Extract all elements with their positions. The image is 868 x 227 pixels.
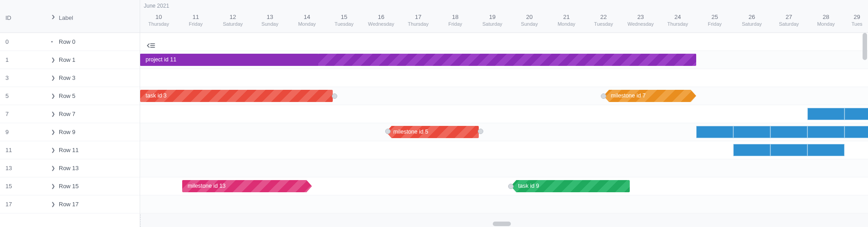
chevron-right-icon[interactable]: ❯ <box>51 93 55 99</box>
day-column[interactable]: 18Friday <box>437 14 474 27</box>
day-column[interactable]: 20Sunday <box>511 14 548 27</box>
chevron-right-icon[interactable]: ❯ <box>51 183 55 189</box>
column-header-id[interactable]: ID <box>5 14 11 21</box>
chevron-right-icon[interactable]: ❯ <box>51 57 55 63</box>
row-label: Row 9 <box>59 129 75 135</box>
day-column[interactable]: 27Saturday <box>770 14 807 27</box>
table-row[interactable]: 11 ❯ Row 11 <box>0 141 140 159</box>
dependency-node[interactable] <box>478 129 483 134</box>
timeline-row[interactable] <box>140 105 868 123</box>
dependency-node[interactable] <box>332 93 337 99</box>
chevron-right-icon[interactable]: ❯ <box>51 201 55 207</box>
day-column[interactable]: 19Saturday <box>474 14 511 27</box>
timeline-row[interactable] <box>140 159 868 177</box>
day-column[interactable]: 24Thursday <box>659 14 696 27</box>
row-label: Row 15 <box>59 183 79 190</box>
selection-cell[interactable] <box>733 126 770 138</box>
day-column[interactable]: 13Sunday <box>251 14 288 27</box>
row-label: Row 13 <box>59 165 79 171</box>
timeline-panel: June 2021 10Thursday 11Friday 12Saturday… <box>140 0 868 227</box>
chevron-right-icon[interactable]: ❯ <box>51 111 55 117</box>
day-column[interactable]: 14Monday <box>288 14 326 27</box>
vertical-scrollbar[interactable] <box>862 33 868 221</box>
day-column[interactable]: 23Wednesday <box>622 14 659 27</box>
row-id: 0 <box>5 38 9 45</box>
gantt-bar-milestone5[interactable]: milestone id 5 <box>386 126 479 138</box>
chevron-right-icon[interactable]: ❯ <box>51 14 55 19</box>
row-label: Row 5 <box>59 93 75 99</box>
day-column[interactable]: 22Tuesday <box>585 14 622 27</box>
gantt-bar-milestone13[interactable]: milestone id 13 <box>182 180 312 192</box>
gantt-bar-task9[interactable]: task id 9 <box>511 180 630 192</box>
row-label: Row 17 <box>59 201 79 208</box>
day-column[interactable]: 12Saturday <box>214 14 251 27</box>
day-column[interactable]: 29Tues <box>844 14 868 27</box>
dependency-node[interactable] <box>601 93 606 99</box>
day-column[interactable]: 15Tuesday <box>326 14 363 27</box>
chevron-right-icon[interactable]: ❯ <box>51 147 55 153</box>
chevron-right-icon[interactable]: ❯ <box>51 129 55 135</box>
row-label: Row 3 <box>59 74 75 81</box>
table-row[interactable]: 5 ❯ Row 5 <box>0 87 140 105</box>
day-column[interactable]: 16Wednesday <box>363 14 400 27</box>
bar-label: task id 3 <box>146 93 167 99</box>
gantt-bar-milestone7[interactable]: milestone id 7 <box>604 90 696 102</box>
gantt-chart: ID ❯ Label 0 • Row 0 1 ❯ Row 1 3 ❯ Row 3… <box>0 0 868 227</box>
row-id: 15 <box>5 183 12 190</box>
table-row[interactable]: 0 • Row 0 <box>0 33 140 51</box>
row-id: 17 <box>5 201 12 208</box>
timeline-row[interactable] <box>140 69 868 87</box>
table-row[interactable]: 13 ❯ Row 13 <box>0 159 140 177</box>
row-id: 1 <box>5 56 9 63</box>
selection-cell[interactable] <box>696 126 733 138</box>
table-row[interactable]: 17 ❯ Row 17 <box>0 195 140 213</box>
table-row[interactable]: 3 ❯ Row 3 <box>0 69 140 87</box>
month-label: June 2021 <box>144 3 169 9</box>
row-label: Row 1 <box>59 56 75 63</box>
horizontal-scrollbar[interactable] <box>140 221 868 227</box>
timeline-row[interactable] <box>140 195 868 213</box>
row-label: Row 7 <box>59 111 75 117</box>
timeline-header: June 2021 10Thursday 11Friday 12Saturday… <box>140 0 868 33</box>
row-id: 5 <box>5 93 9 99</box>
gantt-bar-task3[interactable]: task id 3 <box>140 90 333 102</box>
row-id: 7 <box>5 111 9 117</box>
scrollbar-thumb[interactable] <box>493 222 511 226</box>
day-column[interactable]: 21Monday <box>548 14 585 27</box>
bar-label: task id 9 <box>516 183 539 189</box>
selection-cell[interactable] <box>807 126 844 138</box>
table-row[interactable]: 15 ❯ Row 15 <box>0 177 140 195</box>
row-id: 13 <box>5 165 12 171</box>
selection-cell[interactable] <box>733 144 770 156</box>
column-header-label[interactable]: Label <box>59 14 73 21</box>
chevron-right-icon[interactable]: ❯ <box>51 165 55 171</box>
bar-label: milestone id 5 <box>392 129 428 135</box>
dependency-node[interactable] <box>508 184 514 189</box>
chevron-right-icon[interactable]: ❯ <box>51 75 55 81</box>
bar-label: milestone id 7 <box>609 93 646 99</box>
table-row[interactable]: 7 ❯ Row 7 <box>0 105 140 123</box>
selection-cell[interactable] <box>770 126 807 138</box>
day-column[interactable]: 10Thursday <box>140 14 177 27</box>
row-id: 9 <box>5 129 9 135</box>
dependency-node[interactable] <box>385 129 391 134</box>
day-column[interactable]: 26Saturday <box>733 14 770 27</box>
selection-cell[interactable] <box>807 144 844 156</box>
scrollbar-thumb[interactable] <box>863 33 867 60</box>
row-id: 11 <box>5 147 12 153</box>
day-column[interactable]: 17Thursday <box>400 14 437 27</box>
side-rows: 0 • Row 0 1 ❯ Row 1 3 ❯ Row 3 5 ❯ Row 5 … <box>0 33 140 213</box>
collapse-left-icon[interactable] <box>146 42 157 49</box>
selection-cell[interactable] <box>807 108 844 120</box>
timeline-row[interactable] <box>140 33 868 51</box>
table-row[interactable]: 9 ❯ Row 9 <box>0 123 140 141</box>
day-column[interactable]: 25Friday <box>696 14 733 27</box>
row-label: Row 0 <box>59 38 75 45</box>
table-row[interactable]: 1 ❯ Row 1 <box>0 51 140 69</box>
day-column[interactable]: 11Friday <box>177 14 214 27</box>
selection-cell[interactable] <box>770 144 807 156</box>
day-column[interactable]: 28Monday <box>807 14 844 27</box>
side-panel: ID ❯ Label 0 • Row 0 1 ❯ Row 1 3 ❯ Row 3… <box>0 0 140 227</box>
bullet-icon: • <box>51 39 53 44</box>
timeline-body: project id 11 project id 11 task id 3 mi… <box>140 33 868 227</box>
